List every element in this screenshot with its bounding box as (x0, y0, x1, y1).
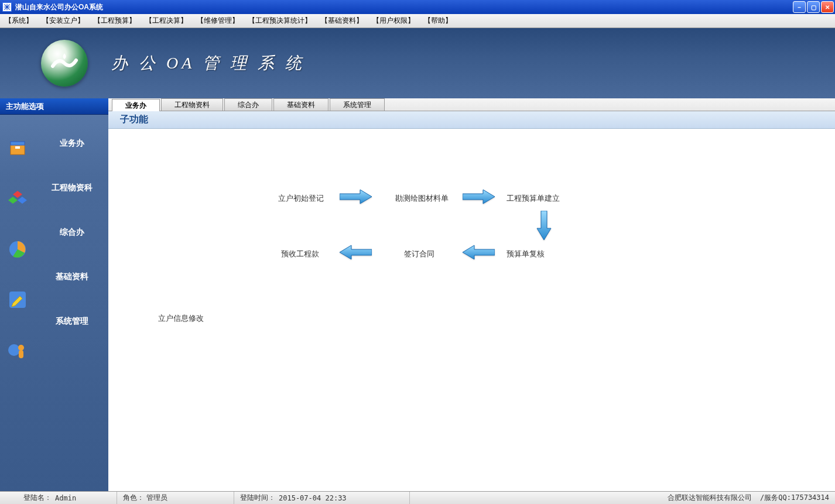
status-login-time: 登陆时间： 2015-07-04 22:33 (234, 492, 410, 504)
logo-icon (41, 40, 88, 87)
edit-icon (7, 289, 28, 310)
menu-userperm[interactable]: 【用户权限】 (372, 16, 415, 26)
sidebar-item-business[interactable]: 业务办 (35, 138, 108, 149)
status-role-label: 角色： (123, 493, 144, 503)
box-icon (7, 138, 28, 159)
content: 业务办 工程物资料 综合办 基础资料 系统管理 子功能 立户初始登记 勘测绘图材… (108, 98, 835, 491)
status-company: 合肥联达智能科技有限公司 /服务QQ:175734314 (662, 492, 835, 504)
svg-point-5 (8, 344, 20, 356)
app-icon (2, 2, 12, 12)
wf-step-budget[interactable]: 工程预算单建立 (507, 193, 560, 204)
blocks-icon (7, 188, 28, 210)
workflow-canvas: 立户初始登记 勘测绘图材料单 工程预算单建立 预算单复核 签订合同 预收工程款 … (108, 129, 835, 491)
wf-step-modify[interactable]: 立户信息修改 (158, 313, 204, 324)
banner: 办 公 OA 管 理 系 统 (0, 28, 835, 98)
arrow-right-icon (463, 188, 495, 207)
menu-help[interactable]: 【帮助】 (424, 16, 452, 26)
sidebar-item-sysmgmt[interactable]: 系统管理 (35, 316, 108, 327)
user-icon (7, 340, 28, 361)
sidebar-item-basedata[interactable]: 基础资料 (35, 272, 108, 282)
tab-business[interactable]: 业务办 (112, 99, 160, 111)
sidebar-item-materials[interactable]: 工程物资科 (35, 183, 108, 193)
status-time-value: 2015-07-04 22:33 (279, 494, 347, 502)
status-login-value: Admin (55, 494, 76, 502)
status-login-name: 登陆名： Admin (0, 492, 117, 504)
sub-header: 子功能 (108, 111, 835, 129)
menu-system[interactable]: 【系统】 (5, 16, 33, 26)
sidebar: 主功能选项 业务办 工程物 (0, 98, 108, 491)
sidebar-item-general[interactable]: 综合办 (35, 227, 108, 238)
statusbar: 登陆名： Admin 角色： 管理员 登陆时间： 2015-07-04 22:3… (0, 491, 835, 504)
svg-rect-0 (11, 144, 25, 155)
wf-step-prepay[interactable]: 预收工程款 (281, 249, 319, 259)
status-time-label: 登陆时间： (240, 493, 275, 503)
arrow-down-icon (536, 211, 552, 242)
menu-basedata[interactable]: 【基础资料】 (321, 16, 363, 26)
menu-final[interactable]: 【工程决算】 (145, 16, 187, 26)
tab-general[interactable]: 综合办 (224, 98, 272, 111)
arrow-left-icon (463, 244, 495, 262)
tabs: 业务办 工程物资料 综合办 基础资料 系统管理 (108, 98, 835, 111)
svg-point-6 (18, 345, 24, 351)
status-role: 角色： 管理员 (117, 492, 234, 504)
wf-step-contract[interactable]: 签订合同 (404, 249, 434, 259)
svg-rect-2 (15, 146, 20, 149)
svg-rect-7 (19, 350, 23, 358)
banner-title: 办 公 OA 管 理 系 统 (111, 52, 305, 74)
tab-sysmgmt[interactable]: 系统管理 (330, 98, 385, 111)
status-role-value: 管理员 (146, 493, 167, 503)
menubar: 【系统】 【安装立户】 【工程预算】 【工程决算】 【维修管理】 【工程预决算统… (0, 14, 835, 28)
wf-step-review[interactable]: 预算单复核 (507, 249, 545, 259)
status-company-value: 合肥联达智能科技有限公司 (668, 493, 752, 503)
status-service-value: /服务QQ:175734314 (760, 493, 829, 503)
tab-basedata[interactable]: 基础资料 (273, 98, 328, 111)
wf-step-register[interactable]: 立户初始登记 (278, 193, 324, 204)
window-title: 潜山自来水公司办公OA系统 (15, 2, 103, 12)
maximize-button[interactable]: ▢ (807, 1, 820, 13)
body: 主功能选项 业务办 工程物 (0, 98, 835, 491)
close-button[interactable]: ✕ (821, 1, 834, 13)
menu-budget[interactable]: 【工程预算】 (94, 16, 136, 26)
svg-rect-1 (11, 142, 25, 145)
titlebar: 潜山自来水公司办公OA系统 – ▢ ✕ (0, 0, 835, 14)
menu-stats[interactable]: 【工程预决算统计】 (248, 16, 312, 26)
menu-install[interactable]: 【安装立户】 (42, 16, 84, 26)
arrow-left-icon (340, 244, 372, 262)
tab-materials[interactable]: 工程物资料 (161, 98, 223, 111)
wf-step-survey[interactable]: 勘测绘图材料单 (395, 193, 449, 204)
sidebar-header: 主功能选项 (0, 98, 108, 115)
window-controls: – ▢ ✕ (793, 1, 835, 13)
arrow-right-icon (340, 188, 372, 207)
pie-icon (7, 239, 28, 260)
status-login-label: 登陆名： (23, 493, 52, 503)
menu-maintenance[interactable]: 【维修管理】 (197, 16, 239, 26)
minimize-button[interactable]: – (793, 1, 806, 13)
